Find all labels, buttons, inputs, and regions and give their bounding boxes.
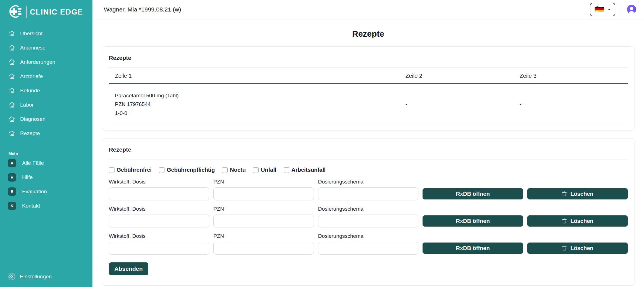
- pzn-input-3[interactable]: [213, 242, 314, 255]
- dosierungsschema-input-1[interactable]: [318, 187, 419, 200]
- wirkstoff-input-1[interactable]: [109, 187, 209, 200]
- sidebar: CLINIC EDGE Übersicht Anamnese Anforderu…: [0, 0, 92, 287]
- trash-icon: [562, 245, 567, 251]
- trash-icon: [562, 218, 567, 224]
- patient-title: Wagner, Mia *1999.08.21 (w): [104, 6, 181, 13]
- clinic-edge-logo-icon: [7, 4, 22, 20]
- wirkstoff-label: Wirkstoff, Dosis: [109, 233, 209, 239]
- delete-button-1[interactable]: Löschen: [527, 188, 628, 199]
- home-icon: [8, 44, 15, 51]
- divider: [109, 159, 628, 159]
- absenden-button[interactable]: Absenden: [109, 262, 149, 275]
- sidebar-item-befunde[interactable]: Befunde: [0, 83, 92, 98]
- wirkstoff-input-2[interactable]: [109, 215, 209, 227]
- header-divider: [621, 5, 621, 14]
- language-dropdown[interactable]: ▼: [590, 3, 615, 16]
- column-header-zeile2: Zeile 2: [399, 68, 514, 84]
- main-content: Rezepte Rezepte Zeile 1 Zeile 2 Zeile 3: [92, 19, 644, 287]
- rezepte-table-card: Rezepte Zeile 1 Zeile 2 Zeile 3: [102, 46, 635, 130]
- prescription-row-3: Wirkstoff, Dosis PZN Dosierungsschema Rx…: [109, 233, 628, 255]
- cell-zeile2: -: [399, 84, 514, 125]
- card-title: Rezepte: [109, 55, 628, 61]
- checkbox-unfall[interactable]: Unfall: [253, 167, 276, 173]
- sidebar-item-labor[interactable]: Labor: [0, 98, 92, 112]
- medication-name: Paracetamol 500 mg (Tabl): [115, 91, 399, 100]
- sidebar-more-label: Mehr: [0, 151, 92, 156]
- user-avatar[interactable]: [627, 5, 636, 14]
- sidebar-item-evaluation[interactable]: E Evaluation: [0, 184, 92, 199]
- sidebar-item-hilfe[interactable]: H Hilfe: [0, 170, 92, 184]
- dosierungsschema-input-2[interactable]: [318, 215, 419, 227]
- prescriptions-table: Zeile 1 Zeile 2 Zeile 3 Paracetamol 500 …: [109, 68, 628, 125]
- badge-k: K: [8, 202, 16, 210]
- sidebar-item-anforderungen[interactable]: Anforderungen: [0, 55, 92, 69]
- gebuehrenpflichtig-checkbox[interactable]: [159, 167, 164, 173]
- cell-zeile1: Paracetamol 500 mg (Tabl) PZN 17976544 1…: [109, 84, 399, 125]
- dosierungsschema-input-3[interactable]: [318, 242, 419, 255]
- fee-checkbox-row: Gebührenfrei Gebührenpflichtig Noctu Unf…: [109, 167, 628, 173]
- rxdb-open-button-2[interactable]: RxDB öffnen: [423, 215, 523, 227]
- home-icon: [8, 116, 15, 123]
- dosierungsschema-label: Dosierungsschema: [318, 206, 419, 212]
- logo-divider: [26, 6, 27, 18]
- sidebar-item-anamnese[interactable]: Anamnese: [0, 41, 92, 55]
- dosierungsschema-label: Dosierungsschema: [318, 233, 419, 239]
- home-icon: [8, 30, 15, 37]
- arbeitsunfall-checkbox[interactable]: [284, 167, 289, 173]
- checkbox-gebuehrenfrei[interactable]: Gebührenfrei: [109, 167, 152, 173]
- sidebar-item-einstellungen[interactable]: Einstellungen: [0, 273, 92, 287]
- sidebar-item-rezepte[interactable]: Rezepte: [0, 126, 92, 140]
- pzn-label: PZN: [213, 179, 314, 185]
- top-bar: Wagner, Mia *1999.08.21 (w) ▼: [92, 0, 644, 19]
- column-header-zeile3: Zeile 3: [514, 68, 628, 84]
- chevron-down-icon: ▼: [608, 8, 611, 11]
- checkbox-arbeitsunfall[interactable]: Arbeitsunfall: [284, 167, 326, 173]
- medication-pzn: PZN 17976544: [115, 100, 399, 109]
- home-icon: [8, 73, 15, 80]
- german-flag-icon: [595, 6, 604, 13]
- prescription-row-1: Wirkstoff, Dosis PZN Dosierungsschema Rx…: [109, 179, 628, 200]
- pzn-label: PZN: [213, 206, 314, 212]
- wirkstoff-label: Wirkstoff, Dosis: [109, 179, 209, 185]
- sidebar-item-diagnosen[interactable]: Diagnosen: [0, 112, 92, 126]
- table-row: Paracetamol 500 mg (Tabl) PZN 17976544 1…: [109, 84, 628, 125]
- dosierungsschema-label: Dosierungsschema: [318, 179, 419, 185]
- badge-h: H: [8, 173, 16, 182]
- delete-button-2[interactable]: Löschen: [527, 215, 628, 227]
- pzn-input-2[interactable]: [213, 215, 314, 227]
- gear-icon: [8, 273, 15, 280]
- page-title: Rezepte: [92, 29, 644, 39]
- home-icon: [8, 58, 15, 65]
- badge-a: A: [8, 159, 16, 167]
- rezepte-form-card: Rezepte Gebührenfrei Gebührenpflichtig N…: [102, 138, 635, 286]
- home-icon: [8, 130, 15, 137]
- cell-zeile3: -: [514, 84, 628, 125]
- trash-icon: [562, 191, 567, 197]
- wirkstoff-input-3[interactable]: [109, 242, 209, 255]
- rxdb-open-button-1[interactable]: RxDB öffnen: [423, 188, 523, 199]
- checkbox-noctu[interactable]: Noctu: [222, 167, 246, 173]
- wirkstoff-label: Wirkstoff, Dosis: [109, 206, 209, 212]
- sidebar-nav: Übersicht Anamnese Anforderungen Arztbri…: [0, 26, 92, 140]
- sidebar-item-uebersicht[interactable]: Übersicht: [0, 26, 92, 41]
- unfall-checkbox[interactable]: [253, 167, 259, 173]
- medication-dosing: 1-0-0: [115, 109, 399, 117]
- card-title: Rezepte: [109, 146, 628, 153]
- noctu-checkbox[interactable]: [222, 167, 228, 173]
- prescription-row-2: Wirkstoff, Dosis PZN Dosierungsschema Rx…: [109, 206, 628, 227]
- badge-e: E: [8, 187, 16, 196]
- sidebar-item-arztbriefe[interactable]: Arztbriefe: [0, 69, 92, 83]
- home-icon: [8, 101, 15, 108]
- gebuehrenfrei-checkbox[interactable]: [109, 167, 115, 173]
- sidebar-item-alle-faelle[interactable]: A Alle Fälle: [0, 156, 92, 170]
- rxdb-open-button-3[interactable]: RxDB öffnen: [423, 243, 523, 254]
- sidebar-item-kontakt[interactable]: K Kontakt: [0, 199, 92, 213]
- delete-button-3[interactable]: Löschen: [527, 243, 628, 254]
- checkbox-gebuehrenpflichtig[interactable]: Gebührenpflichtig: [159, 167, 215, 173]
- pzn-label: PZN: [213, 233, 314, 239]
- column-header-zeile1: Zeile 1: [109, 68, 399, 84]
- brand-name: CLINIC EDGE: [30, 8, 83, 17]
- pzn-input-1[interactable]: [213, 187, 314, 200]
- home-icon: [8, 87, 15, 94]
- brand-logo: CLINIC EDGE: [0, 0, 92, 22]
